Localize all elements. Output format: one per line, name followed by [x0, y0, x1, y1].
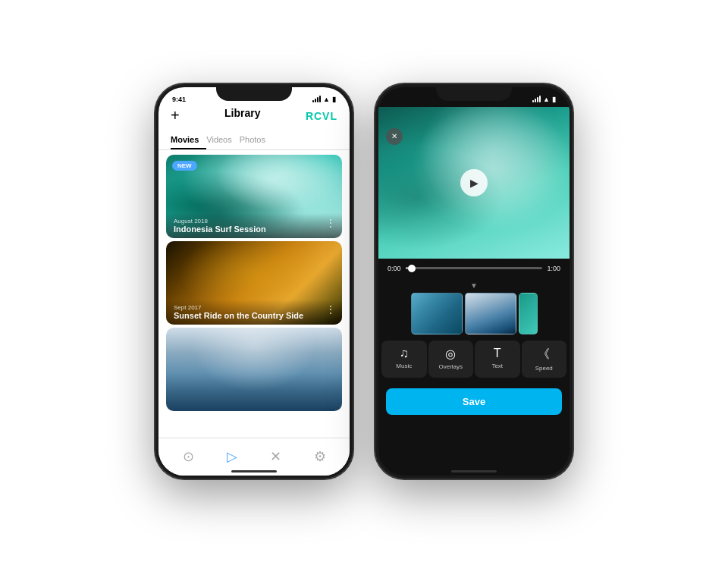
- speed-label: Speed: [535, 365, 553, 372]
- time-start: 0:00: [388, 265, 401, 272]
- add-button[interactable]: +: [171, 107, 180, 124]
- nav-settings[interactable]: ⚙: [314, 448, 326, 465]
- card-title-moto: Sunset Ride on the Country Side: [174, 311, 334, 320]
- new-badge: NEW: [172, 161, 197, 171]
- save-label: Save: [463, 396, 485, 407]
- library-title: Library: [212, 107, 272, 125]
- nav-close[interactable]: ✕: [270, 448, 281, 465]
- more-options-moto[interactable]: ⋮: [325, 303, 336, 316]
- signal-bars-2: [532, 96, 541, 102]
- phone2-screen: ▲ ▮ ✕ ▶ 0:00: [378, 87, 570, 476]
- clip-thumb-2[interactable]: [465, 293, 516, 334]
- movie-card-wave[interactable]: NEW August 2018 Indonesia Surf Session ⋮: [166, 155, 342, 238]
- progress-thumb: [408, 265, 416, 272]
- phone-editor: ▲ ▮ ✕ ▶ 0:00: [375, 84, 573, 479]
- text-label: Text: [491, 363, 503, 369]
- close-button[interactable]: ✕: [386, 128, 403, 145]
- overlays-label: Overlays: [438, 363, 463, 370]
- progress-track[interactable]: [406, 267, 543, 269]
- tool-text[interactable]: T Text: [475, 341, 520, 378]
- movie-card-moto[interactable]: Sept 2017 Sunset Ride on the Country Sid…: [166, 241, 342, 325]
- tool-music[interactable]: ♫ Music: [381, 341, 427, 378]
- card-title-wave: Indonesia Surf Session: [174, 224, 334, 234]
- movie-card-lake[interactable]: [166, 328, 342, 411]
- card-overlay-moto: Sept 2017 Sunset Ride on the Country Sid…: [166, 300, 342, 325]
- wifi-icon-2: ▲: [543, 96, 550, 103]
- tab-videos[interactable]: Videos: [206, 131, 239, 149]
- speed-icon: 《: [538, 347, 550, 363]
- tool-speed[interactable]: 《 Speed: [522, 341, 567, 378]
- card-date-wave: August 2018: [174, 218, 334, 224]
- time-phone1: 9:41: [172, 96, 186, 103]
- library-tabs: Movies Videos Photos: [158, 131, 350, 150]
- clip-thumb-3[interactable]: [519, 293, 538, 334]
- music-icon: ♫: [400, 347, 409, 360]
- editor-tools: ♫ Music ◎ Overlays T Text 《 Speed: [378, 334, 570, 384]
- music-label: Music: [396, 363, 412, 369]
- status-icons-phone2: ▲ ▮: [532, 96, 556, 103]
- nav-record[interactable]: ⊙: [183, 448, 194, 465]
- phone1-screen: 9:41 ▲ ▮ + Library RCVL: [158, 87, 350, 476]
- more-options-wave[interactable]: ⋮: [325, 217, 336, 229]
- close-icon: ✕: [391, 132, 397, 140]
- play-icon: ▶: [470, 177, 479, 189]
- battery-icon: ▮: [332, 96, 336, 103]
- phones-container: 9:41 ▲ ▮ + Library RCVL: [155, 84, 573, 479]
- timeline: 0:00 1:00: [378, 259, 570, 278]
- app-logo: RCVL: [306, 110, 337, 122]
- status-icons-phone1: ▲ ▮: [312, 96, 336, 103]
- tab-movies[interactable]: Movies: [171, 131, 206, 149]
- wifi-icon: ▲: [323, 96, 330, 103]
- tab-photos[interactable]: Photos: [240, 131, 273, 149]
- play-button[interactable]: ▶: [460, 169, 488, 196]
- clip-indicator: ▼: [378, 278, 570, 293]
- time-end: 1:00: [547, 265, 560, 272]
- clip-thumb-1[interactable]: [411, 293, 463, 334]
- home-indicator-phone1: [231, 470, 277, 473]
- card-overlay-wave: August 2018 Indonesia Surf Session: [166, 213, 342, 238]
- nav-play[interactable]: ▷: [227, 448, 237, 465]
- video-preview: ✕ ▶: [378, 107, 570, 259]
- save-button[interactable]: Save: [386, 388, 562, 415]
- overlays-icon: ◎: [445, 347, 456, 361]
- home-indicator-phone2: [451, 470, 497, 473]
- phone-library: 9:41 ▲ ▮ + Library RCVL: [155, 84, 353, 479]
- battery-icon-2: ▮: [552, 96, 556, 103]
- signal-bars: [312, 96, 321, 102]
- status-bar-phone1: 9:41 ▲ ▮: [158, 87, 350, 107]
- status-bar-phone2: ▲ ▮: [378, 87, 570, 107]
- text-icon: T: [494, 347, 501, 360]
- card-date-moto: Sept 2017: [174, 304, 334, 311]
- tool-overlays[interactable]: ◎ Overlays: [428, 341, 474, 378]
- timeline-clips: [378, 293, 570, 334]
- library-header: + Library RCVL: [158, 107, 350, 131]
